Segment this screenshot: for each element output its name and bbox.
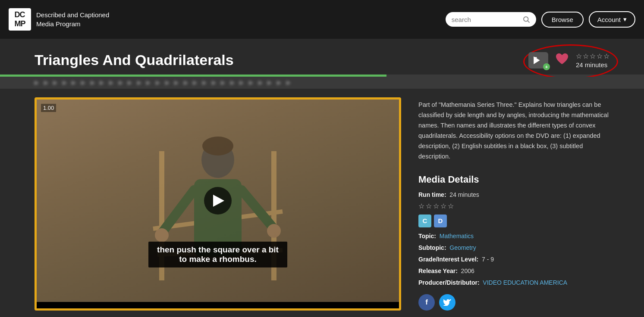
- detail-star-2[interactable]: ☆: [426, 202, 432, 210]
- add-to-playlist-button[interactable]: +: [528, 52, 548, 68]
- badge-c: C: [418, 214, 431, 227]
- rating-duration: ☆ ☆ ☆ ☆ ☆ 24 minutes: [576, 52, 609, 68]
- logo-icon: DCMP: [9, 8, 31, 31]
- svg-point-12: [155, 228, 169, 242]
- detail-star-rating: ☆ ☆ ☆ ☆ ☆: [418, 202, 609, 210]
- topic-row: Topic: Mathematics: [418, 232, 609, 241]
- detail-star-1[interactable]: ☆: [418, 202, 424, 210]
- page-title-area: Triangles And Quadrilaterals + ☆ ☆ ☆ ☆ ☆…: [0, 39, 644, 68]
- chevron-down-icon: ▾: [623, 16, 627, 23]
- media-details-title: Media Details: [418, 174, 609, 185]
- page-title: Triangles And Quadrilaterals: [35, 52, 234, 68]
- title-actions: + ☆ ☆ ☆ ☆ ☆ 24 minutes: [528, 52, 609, 68]
- browse-button[interactable]: Browse: [541, 12, 584, 28]
- video-wrapper: 1.00 then push the s: [35, 97, 401, 311]
- video-caption: then push the square over a bit to make …: [148, 242, 287, 267]
- duration-text: 24 minutes: [576, 61, 607, 68]
- header-right: Browse Account ▾: [446, 11, 635, 28]
- video-player[interactable]: 1.00 then push the s: [37, 99, 399, 302]
- star-2[interactable]: ☆: [583, 52, 589, 60]
- svg-point-13: [267, 224, 281, 238]
- release-row: Release Year: 2006: [418, 267, 609, 276]
- svg-point-0: [524, 17, 528, 22]
- timecode: 1.00: [41, 104, 56, 112]
- svg-point-14: [202, 137, 233, 155]
- favorite-button[interactable]: [555, 53, 569, 67]
- play-icon: [213, 195, 224, 207]
- blurred-text: ▶ ▶ ▶ ▶ ▶ ▶ ▶ ▶ ▶ ▶ ▶ ▶ ▶ ▶ ▶ ▶ ▶ ▶ ▶ ▶ …: [0, 77, 644, 88]
- description-text: Part of "Mathemania Series Three." Expla…: [418, 100, 609, 162]
- star-1[interactable]: ☆: [576, 52, 582, 60]
- badge-d: D: [434, 214, 447, 227]
- twitter-icon: [443, 299, 452, 306]
- star-rating: ☆ ☆ ☆ ☆ ☆: [576, 52, 609, 60]
- twitter-button[interactable]: [439, 294, 456, 311]
- grade-row: Grade/Interest Level: 7 - 9: [418, 255, 609, 264]
- search-box[interactable]: [446, 12, 536, 27]
- main-content: 1.00 then push the s: [0, 89, 644, 317]
- subtopic-row: Subtopic: Geometry: [418, 243, 609, 252]
- producer-link[interactable]: VIDEO EDUCATION AMERICA: [483, 279, 567, 286]
- account-button[interactable]: Account ▾: [589, 11, 635, 28]
- sidebar: Part of "Mathemania Series Three." Expla…: [418, 97, 609, 311]
- detail-star-3[interactable]: ☆: [433, 202, 439, 210]
- detail-star-5[interactable]: ☆: [448, 202, 454, 210]
- search-input[interactable]: [452, 16, 520, 23]
- detail-star-4[interactable]: ☆: [440, 202, 446, 210]
- facebook-button[interactable]: f: [418, 294, 435, 311]
- run-time-row: Run time: 24 minutes: [418, 190, 609, 199]
- topic-link[interactable]: Mathematics: [440, 233, 474, 239]
- social-row: f: [418, 294, 609, 311]
- play-button[interactable]: [204, 187, 232, 214]
- star-5[interactable]: ☆: [603, 52, 609, 60]
- producer-row: Producer/Distributor: VIDEO EDUCATION AM…: [418, 278, 609, 287]
- star-3[interactable]: ☆: [590, 52, 596, 60]
- search-icon: [522, 16, 530, 23]
- site-title: Described and Captioned Media Program: [36, 10, 109, 28]
- add-badge: +: [543, 63, 550, 70]
- svg-line-11: [242, 190, 274, 229]
- svg-line-1: [528, 21, 529, 22]
- blurred-banner: ▶ ▶ ▶ ▶ ▶ ▶ ▶ ▶ ▶ ▶ ▶ ▶ ▶ ▶ ▶ ▶ ▶ ▶ ▶ ▶ …: [0, 77, 644, 89]
- header: DCMP Described and Captioned Media Progr…: [0, 0, 644, 39]
- playlist-add-icon: [534, 56, 543, 64]
- subtopic-link[interactable]: Geometry: [449, 244, 476, 251]
- heart-icon: [555, 53, 569, 65]
- badges-row: C D: [418, 214, 609, 227]
- star-4[interactable]: ☆: [597, 52, 603, 60]
- logo-area: DCMP Described and Captioned Media Progr…: [9, 8, 109, 31]
